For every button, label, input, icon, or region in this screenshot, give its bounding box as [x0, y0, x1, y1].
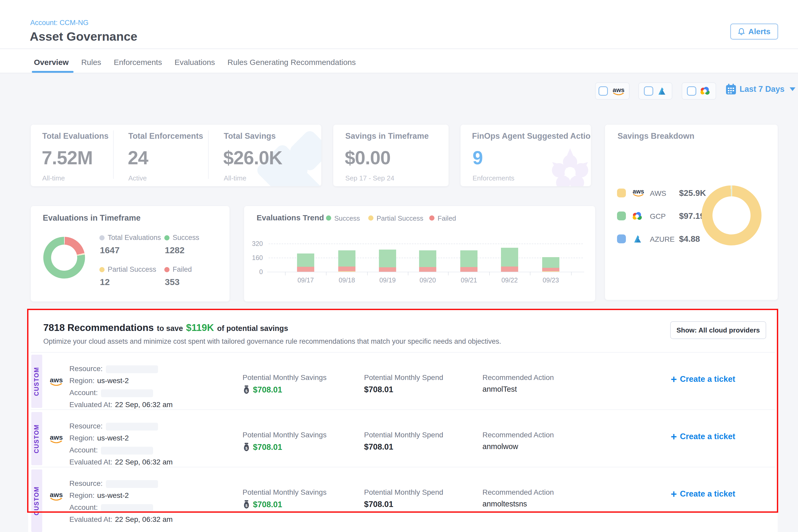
savings-label: Potential Monthly Savings	[243, 431, 326, 439]
trend-bar-segment	[542, 257, 559, 268]
spend-value: $708.01	[364, 442, 393, 452]
redacted-value	[101, 390, 153, 397]
action-value: anmoltestsns	[482, 500, 527, 508]
savings-breakdown-card: Savings Breakdown aws AWS $25.9K GCP $97…	[605, 125, 778, 300]
spend-value: $708.01	[364, 500, 393, 509]
trend-bar-segment	[379, 250, 396, 267]
gcp-checkbox[interactable]	[687, 86, 696, 96]
active-tab-underline	[32, 71, 74, 73]
legend-value: $4.88	[679, 234, 700, 244]
axis-tick	[326, 272, 326, 276]
svg-text:$: $	[245, 388, 248, 393]
dropdown-label: Show: All cloud providers	[677, 326, 760, 334]
x-axis-label: 09/23	[535, 277, 566, 284]
spend-label: Potential Monthly Spend	[364, 431, 443, 439]
stat-caption: Active	[128, 174, 147, 182]
aws-logo-icon: aws	[48, 376, 65, 387]
aws-logo-icon: aws	[631, 187, 646, 198]
card-title: FinOps Agent Suggested Actions	[472, 131, 591, 141]
trend-bar-segment	[501, 267, 518, 272]
legend-provider: AWS	[650, 189, 666, 198]
account-breadcrumb[interactable]: Account: CCM-NG	[30, 19, 89, 27]
trend-bar-segment	[542, 271, 559, 272]
aws-filter[interactable]: aws	[595, 82, 629, 100]
trend-bar-segment	[297, 267, 314, 272]
legend-provider: GCP	[650, 212, 666, 221]
watermark-flower	[547, 146, 591, 186]
card-title: Savings Breakdown	[618, 131, 695, 141]
azure-logo-icon	[632, 234, 643, 244]
gcp-filter[interactable]	[682, 82, 716, 100]
svg-text:aws: aws	[613, 86, 624, 93]
resource-line: Resource:	[69, 422, 158, 431]
y-axis-label: 0	[247, 268, 263, 276]
axis-tick	[408, 272, 408, 276]
svg-text:$: $	[245, 446, 248, 450]
stat-title: Total Evaluations	[42, 131, 109, 141]
spend-label: Potential Monthly Spend	[364, 374, 443, 382]
aws-logo-icon: aws	[48, 490, 65, 502]
legend-swatch-gcp	[617, 211, 626, 220]
account-line: Account:	[69, 388, 153, 397]
trend-bar-segment	[338, 267, 356, 271]
legend-dot	[164, 235, 170, 241]
alerts-label: Alerts	[748, 27, 771, 36]
action-label: Recommended Action	[482, 374, 554, 382]
account-line: Account:	[69, 503, 153, 512]
legend-value: 1282	[165, 245, 185, 255]
legend-value: $25.9K	[679, 188, 706, 198]
trend-bar-segment	[460, 250, 477, 267]
stat-divider	[208, 130, 209, 179]
tab-evaluations[interactable]: Evaluations	[174, 58, 215, 67]
tab-overview[interactable]: Overview	[34, 58, 69, 67]
axis-tick	[530, 272, 530, 276]
potential-savings: $119K	[186, 322, 214, 333]
calendar-icon	[725, 83, 737, 95]
action-value: anmolTest	[482, 385, 517, 394]
stat-value: 24	[128, 147, 148, 169]
azure-filter[interactable]	[639, 82, 672, 100]
svg-text:aws: aws	[50, 376, 63, 384]
gcp-logo-icon	[699, 86, 711, 96]
redacted-value	[101, 504, 153, 512]
card-value: 9	[473, 147, 483, 169]
plus-icon: +	[671, 433, 677, 440]
card-title: Savings in Timeframe	[345, 131, 429, 141]
recommendations-subtitle: Optimize your cloud assets and minimize …	[43, 338, 501, 345]
aws-checkbox[interactable]	[598, 86, 608, 96]
savings-breakdown-donut	[702, 185, 761, 245]
header-divider	[0, 49, 798, 49]
redacted-value	[106, 365, 158, 373]
region-line: Region:us-west-2	[69, 491, 129, 500]
azure-checkbox[interactable]	[644, 86, 653, 96]
custom-badge: CUSTOM	[31, 355, 42, 408]
legend-value: $97.19	[679, 211, 705, 221]
redacted-value	[106, 480, 158, 488]
legend-label: Success	[173, 234, 199, 242]
create-ticket-button[interactable]: + Create a ticket	[671, 432, 735, 441]
recommendations-headline: 7818 Recommendations to save $119K of po…	[43, 322, 288, 333]
cloud-provider-dropdown[interactable]: Show: All cloud providers	[670, 321, 766, 339]
stat-title: Total Savings	[224, 131, 276, 141]
trend-bar-segment	[338, 271, 356, 272]
tab-rules[interactable]: Rules	[81, 58, 101, 67]
spend-label: Potential Monthly Spend	[364, 488, 443, 496]
aws-logo-icon: aws	[48, 433, 65, 444]
tab-bar: Overview Rules Enforcements Evaluations …	[34, 58, 356, 67]
savings-label: Potential Monthly Savings	[243, 374, 326, 382]
legend-value: 353	[165, 277, 180, 287]
date-range-picker[interactable]: Last 7 Days	[725, 83, 795, 95]
svg-text:aws: aws	[50, 491, 63, 499]
row-separator	[31, 352, 775, 353]
x-axis-label: 09/19	[372, 277, 403, 284]
tab-enforcements[interactable]: Enforcements	[114, 58, 162, 67]
create-ticket-button[interactable]: + Create a ticket	[671, 375, 735, 384]
x-axis-label: 09/18	[331, 277, 362, 284]
trend-bar-segment	[338, 250, 356, 267]
row-separator	[31, 410, 775, 410]
tab-rules-generating-recommendations[interactable]: Rules Generating Recommendations	[227, 58, 356, 67]
alerts-button[interactable]: Alerts	[730, 23, 778, 40]
money-bag-icon: $	[243, 442, 250, 452]
create-ticket-button[interactable]: + Create a ticket	[671, 489, 735, 499]
axis-tick	[448, 272, 449, 276]
